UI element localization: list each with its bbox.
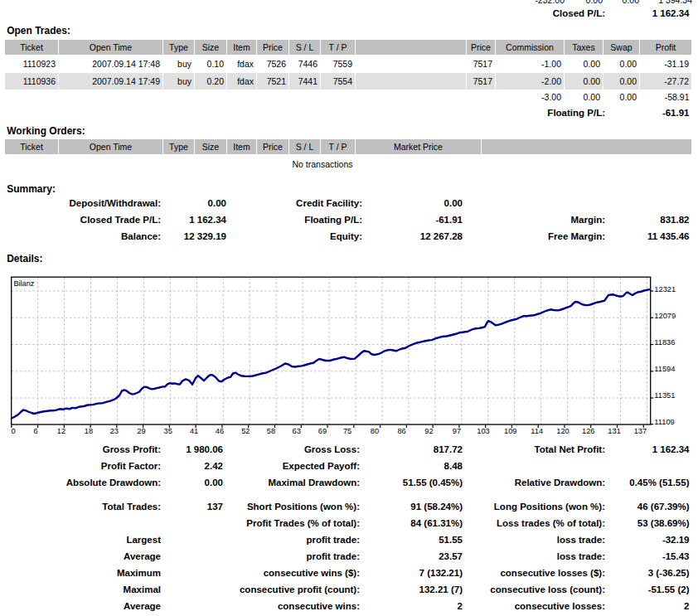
svg-text:126: 126 <box>582 427 595 435</box>
svg-text:6: 6 <box>33 427 37 435</box>
svg-text:11109: 11109 <box>654 418 674 426</box>
svg-text:58: 58 <box>267 427 275 435</box>
svg-text:92: 92 <box>424 427 433 435</box>
svg-text:120: 120 <box>556 427 570 435</box>
svg-text:63: 63 <box>293 427 301 435</box>
svg-text:75: 75 <box>343 427 351 435</box>
svg-text:97: 97 <box>453 427 461 435</box>
svg-text:80: 80 <box>371 427 379 435</box>
svg-text:137: 137 <box>634 427 647 435</box>
svg-text:114: 114 <box>531 427 543 435</box>
svg-text:69: 69 <box>318 427 327 435</box>
svg-text:29: 29 <box>137 427 145 435</box>
svg-text:12321: 12321 <box>654 285 676 293</box>
svg-text:52: 52 <box>241 427 250 435</box>
svg-text:46: 46 <box>216 427 224 435</box>
svg-text:18: 18 <box>85 427 93 435</box>
svg-text:11351: 11351 <box>654 391 675 400</box>
svg-text:12079: 12079 <box>654 312 676 320</box>
svg-text:86: 86 <box>397 427 405 435</box>
svg-text:103: 103 <box>477 427 490 435</box>
svg-text:23: 23 <box>110 427 119 435</box>
svg-text:11594: 11594 <box>654 365 675 373</box>
svg-text:12: 12 <box>57 427 65 435</box>
svg-text:35: 35 <box>164 427 172 435</box>
svg-text:131: 131 <box>608 427 621 435</box>
svg-text:41: 41 <box>190 427 198 435</box>
svg-text:11836: 11836 <box>654 338 675 347</box>
svg-text:109: 109 <box>504 427 517 435</box>
svg-text:0: 0 <box>12 427 16 435</box>
svg-text:Bilanz: Bilanz <box>13 279 34 288</box>
